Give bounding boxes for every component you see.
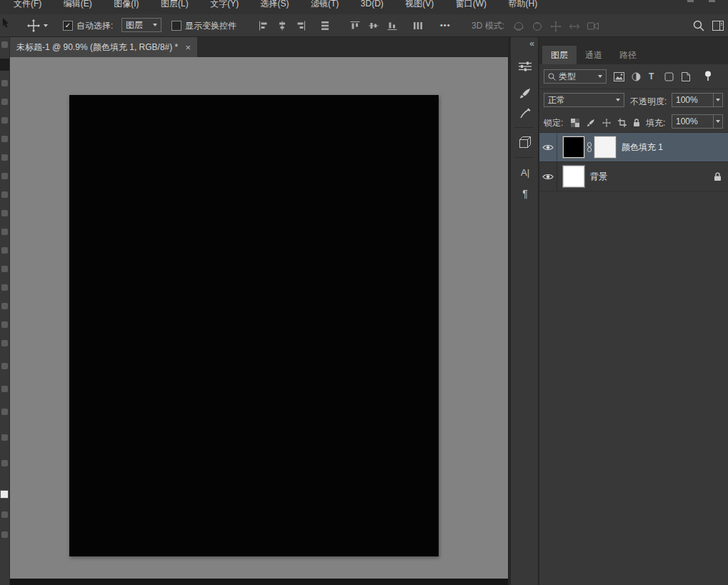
paragraph-panel-icon[interactable]: ¶	[517, 186, 533, 201]
lock-position-icon[interactable]	[602, 117, 611, 130]
align-left-icon[interactable]	[259, 21, 270, 32]
filter-type-dropdown[interactable]: 类型	[544, 69, 607, 84]
tool-icon[interactable]	[1, 321, 8, 328]
tool-icon[interactable]	[1, 284, 8, 291]
tab-channels[interactable]: 通道	[577, 46, 611, 64]
window-control-icon[interactable]	[687, 0, 694, 2]
align-middle-vertical-icon[interactable]	[369, 21, 380, 32]
tool-icon[interactable]	[1, 117, 8, 124]
clone-source-panel-icon[interactable]	[517, 106, 533, 121]
tool-icon[interactable]	[1, 154, 8, 161]
filter-adjustment-layers-icon[interactable]	[632, 71, 641, 84]
mode3d-label: 3D 模式:	[472, 20, 504, 32]
menu-help[interactable]: 帮助(H)	[499, 0, 547, 9]
tool-icon[interactable]	[1, 303, 8, 309]
tool-icon[interactable]	[1, 434, 8, 441]
menu-3d[interactable]: 3D(D)	[351, 0, 393, 9]
tool-icon[interactable]	[1, 247, 8, 254]
close-icon[interactable]: ×	[185, 42, 191, 53]
tool-icon[interactable]	[1, 531, 8, 538]
document-canvas[interactable]	[69, 95, 439, 556]
blend-mode-dropdown[interactable]: 正常	[544, 93, 624, 107]
tool-icon[interactable]	[1, 409, 8, 415]
brush-settings-panel-icon[interactable]	[517, 86, 533, 101]
filter-pixel-layers-icon[interactable]	[614, 71, 624, 84]
background-color-swatch[interactable]	[0, 490, 9, 499]
search-icon[interactable]	[693, 20, 704, 31]
menu-select[interactable]: 选择(S)	[251, 0, 299, 9]
character-panel-icon[interactable]: A|	[517, 164, 533, 180]
active-tool-icon[interactable]	[0, 59, 9, 71]
fill-dropdown[interactable]: 100%	[672, 114, 723, 129]
move-tool-icon[interactable]	[27, 19, 40, 35]
opacity-dropdown[interactable]: 100%	[672, 93, 723, 107]
chevron-down-icon[interactable]	[713, 94, 722, 106]
workspace-switcher-icon[interactable]	[712, 21, 724, 32]
3d-pan-icon[interactable]	[550, 21, 562, 32]
layer-mask-thumbnail[interactable]	[594, 136, 616, 158]
show-transform-checkbox[interactable]	[171, 21, 181, 31]
tool-icon[interactable]	[1, 80, 8, 86]
tool-icon[interactable]	[1, 460, 8, 466]
fill-layer-thumbnail[interactable]	[563, 136, 584, 158]
tool-icon[interactable]	[1, 173, 8, 179]
more-options-icon[interactable]: •••	[440, 21, 451, 29]
tool-icon[interactable]	[1, 266, 8, 272]
lock-transparency-icon[interactable]	[571, 117, 579, 130]
align-top-icon[interactable]	[350, 21, 361, 32]
menu-layer[interactable]: 图层(L)	[151, 0, 198, 9]
tool-icon[interactable]	[1, 136, 8, 142]
align-right-icon[interactable]	[296, 21, 307, 32]
menu-image[interactable]: 图像(I)	[104, 0, 148, 9]
align-bottom-icon[interactable]	[387, 21, 399, 32]
menu-type[interactable]: 文字(Y)	[201, 0, 248, 9]
tool-icon[interactable]	[1, 191, 8, 198]
visibility-eye-icon[interactable]	[539, 162, 557, 191]
mask-link-icon[interactable]	[587, 142, 592, 152]
filter-toggle-icon[interactable]	[704, 71, 712, 84]
distribute-horizontal-icon[interactable]	[413, 21, 424, 32]
collapse-panels-icon[interactable]: «	[529, 39, 534, 49]
filter-type-layers-icon[interactable]: T	[649, 71, 654, 81]
document-tab[interactable]: 未标题-1 @ 90.9% (颜色填充 1, RGB/8#) * ×	[10, 37, 197, 57]
tab-layers[interactable]: 图层	[542, 46, 577, 64]
lock-all-icon[interactable]	[633, 117, 640, 130]
tool-icon[interactable]	[1, 41, 8, 48]
3d-slide-icon[interactable]	[569, 21, 580, 32]
visibility-eye-icon[interactable]	[539, 133, 557, 161]
3d-orbit-icon[interactable]	[513, 21, 524, 32]
pasteboard	[10, 57, 508, 579]
properties-panel-icon[interactable]	[517, 59, 533, 74]
tab-paths[interactable]: 路径	[611, 46, 645, 64]
menu-filter[interactable]: 滤镜(T)	[301, 0, 348, 9]
tool-icon[interactable]	[1, 210, 8, 216]
distribute-vertical-icon[interactable]	[320, 21, 331, 32]
3d-roll-icon[interactable]	[532, 21, 543, 32]
tool-icon[interactable]	[1, 340, 8, 346]
tool-icon[interactable]	[1, 229, 8, 235]
3d-camera-icon[interactable]	[587, 21, 599, 32]
layer-row-background[interactable]: 背景	[539, 162, 728, 191]
chevron-down-icon[interactable]	[713, 115, 722, 128]
tool-icon[interactable]	[1, 363, 8, 369]
background-layer-thumbnail[interactable]	[563, 166, 584, 187]
filter-smart-objects-icon[interactable]	[682, 71, 690, 84]
lock-artboard-icon[interactable]	[618, 117, 627, 130]
menu-window[interactable]: 窗口(W)	[447, 0, 496, 9]
tool-preset-chevron-icon[interactable]	[44, 24, 48, 27]
lock-pixels-icon[interactable]	[587, 117, 595, 130]
tool-icon[interactable]	[1, 99, 8, 105]
window-control-icon[interactable]	[709, 0, 715, 2]
auto-select-target-dropdown[interactable]: 图层	[121, 18, 161, 32]
filter-shape-layers-icon[interactable]	[664, 71, 674, 84]
layer-row-color-fill[interactable]: 颜色填充 1	[539, 133, 728, 162]
tool-icon[interactable]	[1, 386, 8, 392]
menu-view[interactable]: 视图(V)	[396, 0, 443, 9]
auto-select-checkbox[interactable]: ✓	[63, 21, 73, 31]
menu-edit[interactable]: 编辑(E)	[54, 0, 101, 9]
tool-icon[interactable]	[1, 511, 8, 518]
align-center-horizontal-icon[interactable]	[277, 21, 289, 32]
menu-file[interactable]: 文件(F)	[4, 0, 51, 9]
tools-panel	[0, 37, 10, 585]
3d-panel-icon[interactable]	[517, 134, 533, 150]
